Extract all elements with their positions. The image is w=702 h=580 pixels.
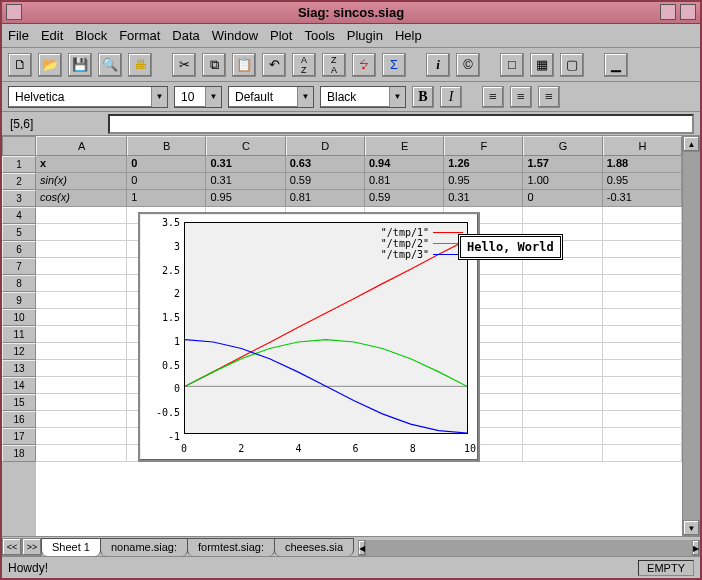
menu-block[interactable]: Block (75, 28, 107, 43)
undo-icon[interactable]: ↶ (262, 53, 286, 77)
cell[interactable] (603, 428, 682, 445)
cell[interactable] (603, 411, 682, 428)
col-header[interactable]: A (36, 136, 127, 156)
sheet-tab[interactable]: Sheet 1 (41, 538, 101, 556)
cell[interactable]: 0 (127, 156, 206, 173)
cell[interactable] (523, 377, 602, 394)
cell[interactable] (523, 292, 602, 309)
row-header[interactable]: 11 (2, 326, 36, 343)
align-left-button[interactable]: ≡ (482, 86, 504, 108)
cell[interactable]: 0.31 (206, 156, 285, 173)
cell[interactable] (36, 411, 127, 428)
cell[interactable] (523, 326, 602, 343)
cell[interactable] (36, 275, 127, 292)
menu-window[interactable]: Window (212, 28, 258, 43)
new-icon[interactable]: 🗋 (8, 53, 32, 77)
row-header[interactable]: 1 (2, 156, 36, 173)
minimize-button[interactable] (660, 4, 676, 20)
row-header[interactable]: 4 (2, 207, 36, 224)
cell[interactable] (603, 445, 682, 462)
cell[interactable]: cos(x) (36, 190, 127, 207)
cell[interactable] (603, 326, 682, 343)
preview-icon[interactable]: 🔍 (98, 53, 122, 77)
col-header[interactable]: H (603, 136, 682, 156)
font-combo[interactable]: Helvetica▼ (8, 86, 168, 108)
cell[interactable] (36, 445, 127, 462)
cell[interactable]: 1 (127, 190, 206, 207)
cell[interactable]: x (36, 156, 127, 173)
open-icon[interactable]: 📂 (38, 53, 62, 77)
cell[interactable] (603, 224, 682, 241)
paste-icon[interactable]: 📋 (232, 53, 256, 77)
horizontal-scrollbar[interactable]: ◀ ▶ (358, 540, 700, 556)
cell[interactable]: 0 (127, 173, 206, 190)
embedded-chart[interactable]: -1-0.500.511.522.533.5 0246810 "/tmp/1""… (138, 212, 480, 462)
col-header[interactable]: E (365, 136, 444, 156)
cell[interactable]: 0.95 (603, 173, 682, 190)
cell[interactable]: 0.81 (286, 190, 365, 207)
cell[interactable] (523, 411, 602, 428)
plot-icon[interactable]: ⭍ (352, 53, 376, 77)
cell[interactable] (523, 258, 602, 275)
cell[interactable] (36, 343, 127, 360)
cell[interactable] (523, 309, 602, 326)
scroll-up-icon[interactable]: ▲ (683, 136, 700, 152)
row-header[interactable]: 9 (2, 292, 36, 309)
row-header[interactable]: 15 (2, 394, 36, 411)
cell[interactable] (36, 258, 127, 275)
cell[interactable] (523, 445, 602, 462)
cell[interactable]: 1.00 (523, 173, 602, 190)
formula-input[interactable] (108, 114, 694, 134)
cell[interactable] (36, 224, 127, 241)
cell[interactable] (36, 326, 127, 343)
sheet-tab[interactable]: cheeses.sia (274, 538, 354, 556)
cell[interactable] (36, 394, 127, 411)
cell[interactable] (603, 360, 682, 377)
cell[interactable] (36, 360, 127, 377)
menu-file[interactable]: File (8, 28, 29, 43)
row-header[interactable]: 6 (2, 241, 36, 258)
row-header[interactable]: 17 (2, 428, 36, 445)
cell[interactable] (523, 360, 602, 377)
row-header[interactable]: 8 (2, 275, 36, 292)
cells[interactable]: x00.310.630.941.261.571.88sin(x)00.310.5… (36, 156, 682, 536)
tab-next-button[interactable]: >> (22, 538, 42, 556)
print-icon[interactable]: 🖶 (128, 53, 152, 77)
cell[interactable] (36, 207, 127, 224)
row-header[interactable]: 2 (2, 173, 36, 190)
menu-tools[interactable]: Tools (304, 28, 334, 43)
vertical-scrollbar[interactable]: ▲ ▼ (682, 136, 700, 536)
col-header[interactable]: D (286, 136, 365, 156)
cell[interactable] (603, 394, 682, 411)
cell[interactable]: 0 (523, 190, 602, 207)
row-header[interactable]: 14 (2, 377, 36, 394)
row-header[interactable]: 10 (2, 309, 36, 326)
size-combo[interactable]: 10▼ (174, 86, 222, 108)
cut-icon[interactable]: ✂ (172, 53, 196, 77)
cell[interactable] (523, 428, 602, 445)
cell[interactable] (603, 292, 682, 309)
cell[interactable] (36, 428, 127, 445)
info-icon[interactable]: i (426, 53, 450, 77)
cell[interactable] (603, 207, 682, 224)
sum-icon[interactable]: Σ (382, 53, 406, 77)
menu-help[interactable]: Help (395, 28, 422, 43)
cell[interactable]: 1.57 (523, 156, 602, 173)
row-header[interactable]: 18 (2, 445, 36, 462)
cell[interactable] (603, 241, 682, 258)
menu-edit[interactable]: Edit (41, 28, 63, 43)
floating-label[interactable]: Hello, World (458, 234, 563, 260)
row-header[interactable]: 16 (2, 411, 36, 428)
col-header[interactable]: B (127, 136, 206, 156)
save-icon[interactable]: 💾 (68, 53, 92, 77)
cell[interactable]: 0.59 (365, 190, 444, 207)
col-header[interactable]: F (444, 136, 523, 156)
underline-icon[interactable]: ▁ (604, 53, 628, 77)
window-menu-button[interactable] (6, 4, 22, 20)
cell[interactable] (36, 309, 127, 326)
cell[interactable] (603, 309, 682, 326)
cell[interactable] (36, 292, 127, 309)
cell[interactable]: 0.95 (206, 190, 285, 207)
sheet-tab[interactable]: formtest.siag: (187, 538, 275, 556)
cell[interactable] (603, 343, 682, 360)
